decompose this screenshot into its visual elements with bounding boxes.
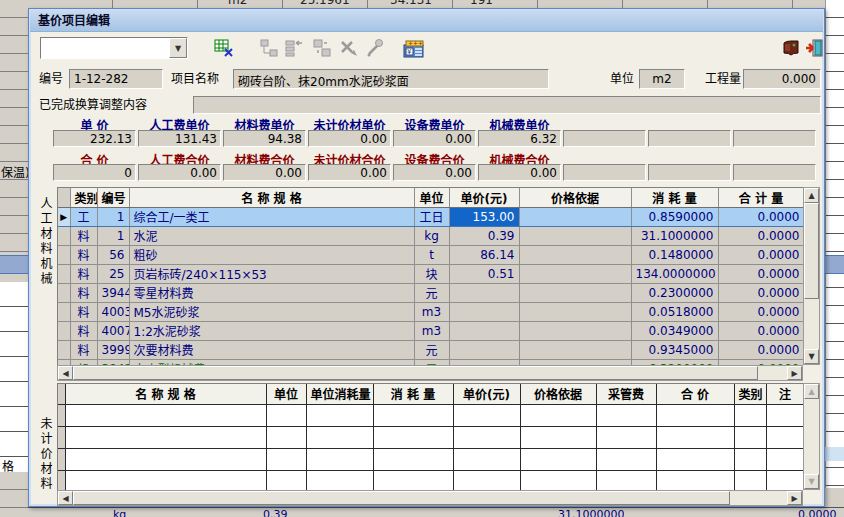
sub-table-hscrollbar[interactable]: ◀ ▶: [57, 490, 803, 506]
cell-cat[interactable]: 料: [70, 226, 97, 245]
cell-unit[interactable]: 元: [414, 340, 449, 359]
scroll-thumb[interactable]: [73, 491, 730, 505]
cell-basis[interactable]: [520, 404, 596, 426]
cell-name[interactable]: 水泥: [129, 226, 414, 245]
cell-cat[interactable]: [734, 470, 766, 490]
cell-consume[interactable]: [373, 426, 453, 448]
cell-basis[interactable]: [519, 245, 631, 264]
cell-basis[interactable]: [519, 226, 631, 245]
row-selector[interactable]: [58, 340, 70, 359]
row-selector[interactable]: [58, 426, 65, 448]
exit-button[interactable]: [803, 36, 827, 60]
cell-price[interactable]: 0.51: [449, 264, 519, 283]
table-row[interactable]: 料56粗砂t86.140.14800000.0000: [58, 245, 803, 264]
dialog-titlebar[interactable]: 基价项目编辑: [30, 10, 823, 32]
cell-unit[interactable]: 块: [414, 264, 449, 283]
cell-total[interactable]: 0.0000: [718, 340, 803, 359]
cell-price[interactable]: 0.39: [449, 226, 519, 245]
cell-basis[interactable]: [519, 283, 631, 302]
cell-total[interactable]: [656, 426, 734, 448]
table-row[interactable]: 料1水泥kg0.3931.10000000.0000: [58, 226, 803, 245]
cell-cat[interactable]: 料: [70, 283, 97, 302]
cell-note[interactable]: [766, 426, 803, 448]
cell-unitconsume[interactable]: [306, 426, 373, 448]
scroll-right-button[interactable]: ▶: [787, 491, 802, 505]
row-selector[interactable]: [58, 226, 70, 245]
cell-price[interactable]: [449, 302, 519, 321]
cell-cat[interactable]: 料: [70, 264, 97, 283]
cell-no[interactable]: 1: [97, 207, 129, 226]
move-rows-button[interactable]: [310, 36, 334, 60]
cell-consume[interactable]: 0.9345000: [631, 340, 718, 359]
cell-cat[interactable]: 料: [70, 340, 97, 359]
scroll-right-button[interactable]: ▶: [787, 366, 802, 380]
cell-name[interactable]: 综合工/一类工: [129, 207, 414, 226]
cell-unit[interactable]: t: [414, 245, 449, 264]
cell-basis[interactable]: [519, 264, 631, 283]
cell-unit[interactable]: 元: [414, 283, 449, 302]
row-selector[interactable]: [58, 470, 65, 490]
table-row[interactable]: ▶工1综合工/一类工工日153.000.85900000.0000: [58, 207, 803, 226]
cell-basis[interactable]: [520, 470, 596, 490]
scroll-up-button[interactable]: ▲: [804, 188, 819, 203]
cell-name[interactable]: 次要材料费: [129, 340, 414, 359]
cell-cat[interactable]: 料: [70, 302, 97, 321]
cell-name[interactable]: [65, 470, 266, 490]
cell-name[interactable]: M5水泥砂浆: [129, 302, 414, 321]
cell-consume[interactable]: 0.0518000: [631, 302, 718, 321]
table-row[interactable]: [58, 404, 803, 426]
scroll-up-button[interactable]: ▲: [804, 384, 819, 399]
cell-total[interactable]: 0.0000: [718, 207, 803, 226]
cell-basis[interactable]: [519, 207, 631, 226]
cell-basis[interactable]: [520, 448, 596, 470]
cell-no[interactable]: 3999: [97, 340, 129, 359]
cell-price[interactable]: 153.00: [449, 207, 519, 226]
cell-name[interactable]: 页岩标砖/240×115×53: [129, 264, 414, 283]
main-table-vscrollbar[interactable]: ▲ ▼: [803, 187, 820, 365]
cell-fee[interactable]: [596, 426, 656, 448]
cell-total[interactable]: [656, 448, 734, 470]
cell-total[interactable]: 0.0000: [718, 226, 803, 245]
cell-total[interactable]: [656, 470, 734, 490]
cell-name[interactable]: 零星材料费: [129, 283, 414, 302]
cell-cat[interactable]: 料: [70, 321, 97, 340]
cell-consume[interactable]: [373, 404, 453, 426]
scroll-track[interactable]: [73, 491, 787, 505]
cell-price[interactable]: [453, 426, 520, 448]
cell-cat[interactable]: [734, 404, 766, 426]
project-name-field[interactable]: 砌砖台阶、抹20mm水泥砂浆面: [233, 69, 549, 89]
cell-name[interactable]: [65, 404, 266, 426]
cell-note[interactable]: [766, 470, 803, 490]
delete-button[interactable]: [337, 36, 361, 60]
cell-consume[interactable]: 0.1480000: [631, 245, 718, 264]
cell-fee[interactable]: [596, 404, 656, 426]
table-row[interactable]: [58, 470, 803, 490]
cell-total[interactable]: 0.0000: [718, 245, 803, 264]
cell-price[interactable]: [449, 340, 519, 359]
cell-unit[interactable]: 工日: [414, 207, 449, 226]
cell-unit[interactable]: [266, 470, 306, 490]
cell-no[interactable]: 4007: [97, 321, 129, 340]
cell-cat[interactable]: 料: [70, 245, 97, 264]
scroll-thumb[interactable]: [804, 203, 819, 299]
row-selector[interactable]: [58, 404, 65, 426]
table-row[interactable]: 料3999次要材料费元0.93450000.0000: [58, 340, 803, 359]
cell-name[interactable]: [65, 448, 266, 470]
cell-unit[interactable]: m3: [414, 321, 449, 340]
table-row[interactable]: 料4003M5水泥砂浆m30.05180000.0000: [58, 302, 803, 321]
row-selector[interactable]: [58, 283, 70, 302]
table-row[interactable]: [58, 448, 803, 470]
book-button[interactable]: [779, 36, 803, 60]
cell-unit[interactable]: m3: [414, 302, 449, 321]
cell-cat[interactable]: [734, 426, 766, 448]
row-selector[interactable]: [58, 448, 65, 470]
cell-consume[interactable]: [373, 448, 453, 470]
cell-note[interactable]: [766, 448, 803, 470]
cell-unitconsume[interactable]: [306, 448, 373, 470]
cell-name[interactable]: 1:2水泥砂浆: [129, 321, 414, 340]
cell-name[interactable]: [65, 426, 266, 448]
cell-total[interactable]: [656, 404, 734, 426]
cell-name[interactable]: 粗砂: [129, 245, 414, 264]
cell-cat[interactable]: [734, 448, 766, 470]
split-button[interactable]: [257, 36, 281, 60]
